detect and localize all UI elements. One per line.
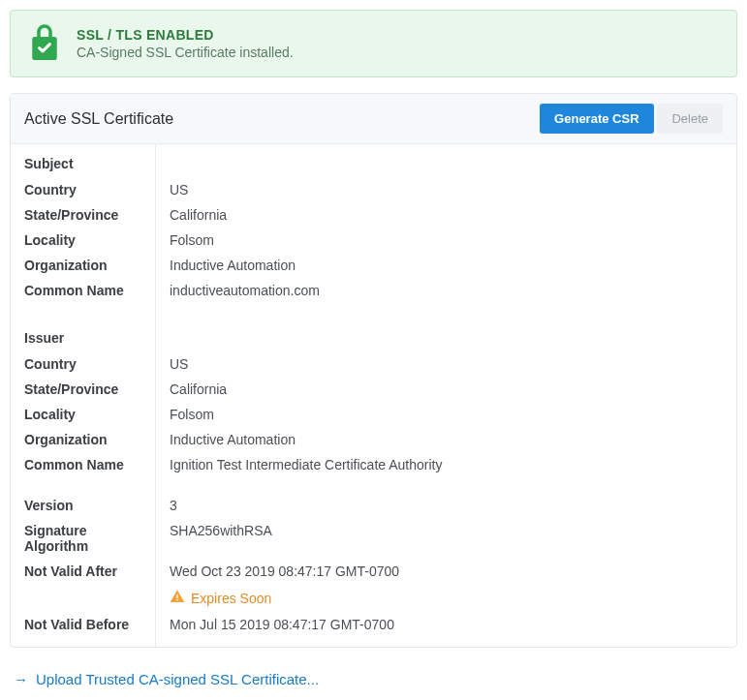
value-issuer-org: Inductive Automation <box>156 427 736 452</box>
ssl-status-banner: SSL / TLS ENABLED CA-Signed SSL Certific… <box>10 10 737 77</box>
value-not-before: Mon Jul 15 2019 08:47:17 GMT-0700 <box>156 612 736 637</box>
active-ssl-card: Active SSL Certificate Generate CSR Dele… <box>10 93 737 648</box>
value-subject-locality: Folsom <box>156 228 736 253</box>
upload-certificate-link[interactable]: → Upload Trusted CA-signed SSL Certifica… <box>10 665 737 693</box>
label-subject-country: Country <box>11 177 156 202</box>
label-not-after: Not Valid After <box>11 559 156 584</box>
action-links: → Upload Trusted CA-signed SSL Certifica… <box>10 665 737 700</box>
value-subject-cn: inductiveautomation.com <box>156 278 736 303</box>
upload-certificate-label: Upload Trusted CA-signed SSL Certificate… <box>36 671 319 687</box>
value-subject-state: California <box>156 202 736 228</box>
label-subject-locality: Locality <box>11 228 156 253</box>
value-issuer-cn: Ignition Test Intermediate Certificate A… <box>156 452 736 477</box>
lock-check-icon <box>28 24 61 63</box>
card-header: Active SSL Certificate Generate CSR Dele… <box>11 94 736 144</box>
return-web-server-link[interactable]: → Return to Web Server... <box>10 693 737 700</box>
label-issuer-country: Country <box>11 351 156 377</box>
subject-heading: Subject <box>11 144 156 177</box>
card-title: Active SSL Certificate <box>24 110 173 128</box>
expires-soon-text: Expires Soon <box>191 591 271 606</box>
generate-csr-button[interactable]: Generate CSR <box>540 104 653 134</box>
svg-rect-1 <box>176 599 177 600</box>
arrow-right-icon: → <box>14 671 28 687</box>
card-actions: Generate CSR Delete <box>540 104 723 134</box>
label-not-before: Not Valid Before <box>11 612 156 637</box>
value-sig-alg: SHA256withRSA <box>156 518 736 559</box>
value-version: 3 <box>156 493 736 518</box>
label-subject-state: State/Province <box>11 202 156 228</box>
label-issuer-locality: Locality <box>11 402 156 427</box>
label-sig-alg: Signature Algorithm <box>11 518 156 559</box>
value-subject-country: US <box>156 177 736 202</box>
delete-button[interactable]: Delete <box>657 104 723 134</box>
label-issuer-state: State/Province <box>11 377 156 402</box>
value-issuer-state: California <box>156 377 736 402</box>
issuer-heading: Issuer <box>11 319 156 351</box>
label-version: Version <box>11 493 156 518</box>
value-issuer-locality: Folsom <box>156 402 736 427</box>
certificate-details: Subject Country US State/Province Califo… <box>11 144 736 647</box>
label-issuer-cn: Common Name <box>11 452 156 477</box>
value-not-after: Wed Oct 23 2019 08:47:17 GMT-0700 <box>156 559 736 584</box>
label-issuer-org: Organization <box>11 427 156 452</box>
banner-title: SSL / TLS ENABLED <box>77 27 294 43</box>
expires-soon-warning: Expires Soon <box>156 584 736 612</box>
warning-icon <box>170 589 185 607</box>
value-issuer-country: US <box>156 351 736 377</box>
label-subject-org: Organization <box>11 253 156 278</box>
label-subject-cn: Common Name <box>11 278 156 303</box>
value-subject-org: Inductive Automation <box>156 253 736 278</box>
banner-text: SSL / TLS ENABLED CA-Signed SSL Certific… <box>77 27 294 60</box>
svg-rect-0 <box>176 594 177 598</box>
banner-subtitle: CA-Signed SSL Certificate installed. <box>77 45 294 60</box>
